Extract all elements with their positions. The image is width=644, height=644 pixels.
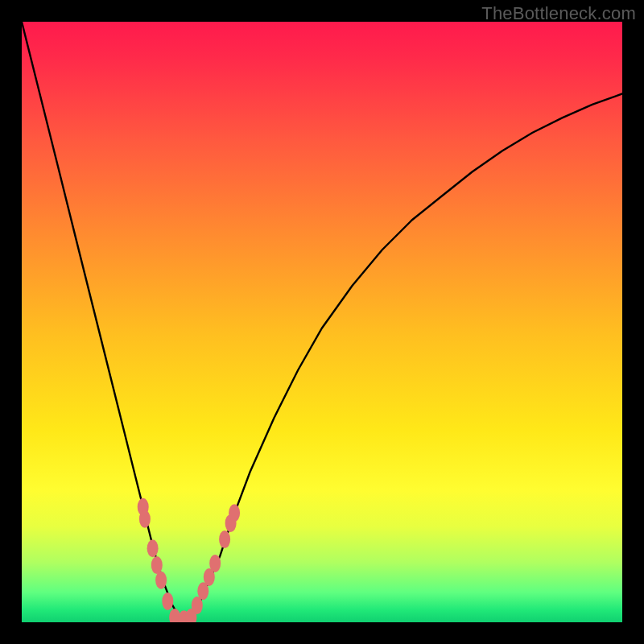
curve-marker — [139, 510, 151, 528]
watermark-text: TheBottleneck.com — [481, 3, 636, 24]
bottleneck-curve-svg — [22, 22, 622, 622]
curve-marker — [151, 556, 163, 574]
curve-marker — [147, 539, 159, 557]
curve-marker — [209, 555, 221, 572]
curve-marker — [229, 504, 240, 522]
bottleneck-curve — [22, 22, 622, 622]
curve-markers — [138, 498, 240, 622]
curve-marker — [219, 530, 230, 548]
curve-marker — [155, 572, 167, 589]
curve-marker — [162, 592, 173, 610]
chart-area — [22, 22, 622, 622]
